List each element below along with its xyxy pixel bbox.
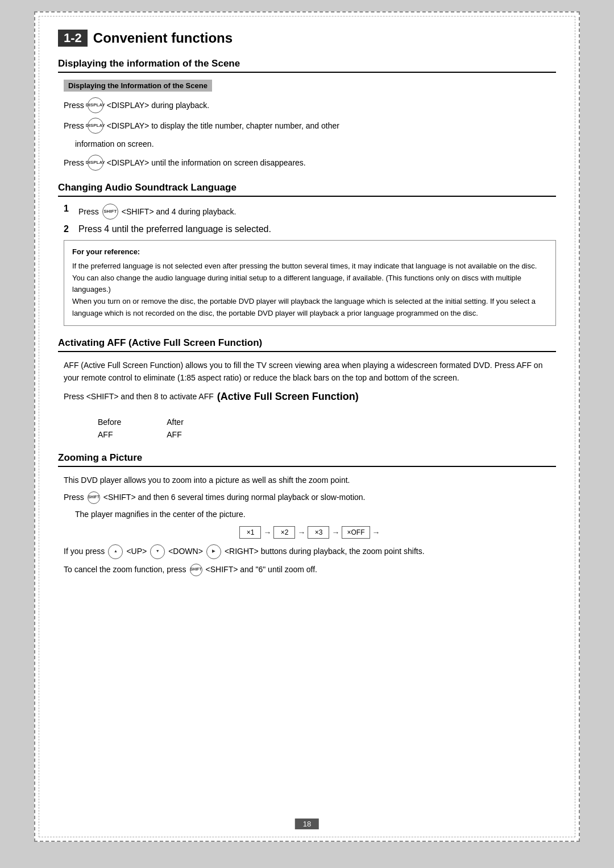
press-label-3: Press xyxy=(64,157,84,169)
press-label-1: Press xyxy=(64,100,84,111)
display-line-2b: information on screen. xyxy=(75,138,556,150)
after-sub: AFF xyxy=(167,428,184,441)
aff-press-line: Press <SHIFT> and then 8 to activate AFF… xyxy=(64,389,556,404)
section-header-audio: Changing Audio Soundtrack Language xyxy=(58,182,556,197)
after-label: After xyxy=(167,416,184,428)
before-sub: AFF xyxy=(98,428,121,441)
step-number-1: 1 xyxy=(64,204,74,214)
step-2-text: Press 4 until the preferred language is … xyxy=(78,224,271,234)
step-1: 1 Press SHIFT <SHIFT> and 4 during playb… xyxy=(64,204,556,220)
reference-title: For your reference: xyxy=(72,246,547,258)
zoom-step-1: ×1 xyxy=(239,526,261,539)
page-number: 18 xyxy=(295,819,319,829)
right-text: <RIGHT> buttons during playback, the zoo… xyxy=(225,545,425,557)
zoom-step-3: ×3 xyxy=(308,526,329,539)
manual-page: 1-2 Convenient functions Displaying the … xyxy=(34,11,580,842)
down-button: ▼ xyxy=(150,544,165,559)
zoom-body: This DVD player allows you to zoom into … xyxy=(64,474,556,486)
zoom-step-2: ×2 xyxy=(273,526,295,539)
aff-body: AFF (Active Full Screen Function) allows… xyxy=(64,359,556,385)
after-item: After AFF xyxy=(167,416,184,441)
display-text-3: <DISPLAY> until the information on scree… xyxy=(107,157,306,169)
main-title: 1-2 Convenient functions xyxy=(58,30,556,47)
zoom-step-off: ×OFF xyxy=(342,526,370,539)
ref-line-3: When you turn on or remove the disc, the… xyxy=(72,296,547,320)
before-label: Before xyxy=(98,416,121,428)
zoom-shift-button: SHIFT xyxy=(88,491,100,504)
section-header-displaying: Displaying the information of the Scene xyxy=(58,58,556,73)
before-item: Before AFF xyxy=(98,416,121,441)
zoom-magnify-line: The player magnifies in the center of th… xyxy=(75,509,556,520)
display-line-2: Press DISPLAY <DISPLAY> to display the t… xyxy=(64,118,556,134)
section-aff: Activating AFF (Active Full Screen Funct… xyxy=(58,337,556,441)
step-1-content: Press SHIFT <SHIFT> and 4 during playbac… xyxy=(78,204,236,220)
display-button-3: DISPLAY xyxy=(88,155,103,171)
up-button: ▲ xyxy=(108,544,123,559)
zoom-content: This DVD player allows you to zoom into … xyxy=(64,474,556,576)
aff-press-text: Press <SHIFT> and then 8 to activate AFF xyxy=(64,391,214,403)
cancel-prefix: To cancel the zoom function, press xyxy=(64,564,186,576)
zoom-press-line: Press SHIFT <SHIFT> and then 6 several t… xyxy=(64,491,556,504)
zoom-arrow-4: → xyxy=(372,528,380,537)
step-number-2: 2 xyxy=(64,224,74,234)
sub-header-displaying: Displaying the Information of the Scene xyxy=(64,80,212,92)
audio-content: 1 Press SHIFT <SHIFT> and 4 during playb… xyxy=(64,204,556,326)
chapter-title: Convenient functions xyxy=(93,30,233,46)
up-label: <UP> xyxy=(126,545,147,557)
aff-emphasis: (Active Full Screen Function) xyxy=(217,389,359,404)
chapter-number: 1-2 xyxy=(58,30,88,47)
display-text-2: <DISPLAY> to display the title number, c… xyxy=(107,120,339,132)
before-after: Before AFF After AFF xyxy=(98,416,556,441)
section-header-zoom: Zooming a Picture xyxy=(58,452,556,467)
step-1-text: <SHIFT> and 4 during playback. xyxy=(122,206,237,218)
section-zoom: Zooming a Picture This DVD player allows… xyxy=(58,452,556,576)
zoom-arrow-2: → xyxy=(297,528,305,537)
displaying-content: Displaying the Information of the Scene … xyxy=(64,80,556,171)
press-label-2: Press xyxy=(64,120,84,132)
section-displaying: Displaying the information of the Scene … xyxy=(58,58,556,171)
section-audio: Changing Audio Soundtrack Language 1 Pre… xyxy=(58,182,556,326)
zoom-updown-line: If you press ▲ <UP> ▼ <DOWN> ▶ <RIGHT> b… xyxy=(64,544,556,559)
zoom-cancel-line: To cancel the zoom function, press SHIFT… xyxy=(64,564,556,576)
display-button-2: DISPLAY xyxy=(88,118,103,134)
cancel-text: <SHIFT> and "6" until zoom off. xyxy=(206,564,317,576)
display-line-3: Press DISPLAY <DISPLAY> until the inform… xyxy=(64,155,556,171)
cancel-shift-button: SHIFT xyxy=(190,564,202,576)
display-text-1: <DISPLAY> during playback. xyxy=(107,100,209,111)
display-line-1: Press DISPLAY <DISPLAY> during playback. xyxy=(64,97,556,113)
aff-content: AFF (Active Full Screen Function) allows… xyxy=(64,359,556,441)
reference-box: For your reference: If the preferred lan… xyxy=(64,240,556,326)
zoom-arrow-1: → xyxy=(263,528,271,537)
zoom-sequence: ×1 → ×2 → ×3 → ×OFF → xyxy=(64,526,556,539)
if-you-press-text: If you press xyxy=(64,545,105,557)
down-label: <DOWN> xyxy=(168,545,203,557)
step-2: 2 Press 4 until the preferred language i… xyxy=(64,224,556,234)
ref-line-2: You can also change the audio language d… xyxy=(72,272,547,296)
press-label-step1: Press xyxy=(78,206,99,218)
right-button: ▶ xyxy=(206,544,221,559)
zoom-press-prefix: Press xyxy=(64,491,84,503)
display-button-1: DISPLAY xyxy=(88,97,103,113)
shift-button-1: SHIFT xyxy=(102,204,118,220)
ref-line-1: If the preferred language is not selecte… xyxy=(72,261,547,272)
zoom-arrow-3: → xyxy=(331,528,339,537)
section-header-aff: Activating AFF (Active Full Screen Funct… xyxy=(58,337,556,352)
zoom-press-text: <SHIFT> and then 6 several times during … xyxy=(103,491,366,503)
